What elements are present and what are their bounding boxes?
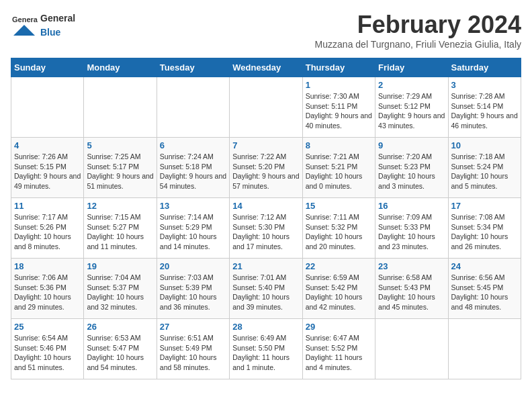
calendar-cell: 10Sunrise: 7:18 AMSunset: 5:24 PMDayligh… (448, 138, 521, 198)
day-number: 9 (378, 140, 445, 150)
svg-text:General: General (12, 15, 38, 24)
day-info: Sunrise: 7:26 AMSunset: 5:15 PMDaylight:… (14, 152, 81, 191)
calendar-cell (448, 319, 521, 379)
logo-general-text: General (40, 13, 75, 24)
day-info: Sunrise: 7:15 AMSunset: 5:27 PMDaylight:… (87, 212, 153, 252)
day-info: Sunrise: 7:09 AMSunset: 5:33 PMDaylight:… (378, 212, 445, 252)
day-number: 22 (306, 261, 372, 271)
logo-icon: General (11, 11, 38, 38)
day-info: Sunrise: 7:18 AMSunset: 5:24 PMDaylight:… (451, 152, 518, 191)
day-info: Sunrise: 7:28 AMSunset: 5:14 PMDaylight:… (451, 91, 518, 131)
day-info: Sunrise: 7:08 AMSunset: 5:34 PMDaylight:… (451, 212, 518, 252)
day-number: 29 (306, 322, 372, 332)
logo: General General Blue (11, 11, 75, 39)
day-number: 17 (451, 201, 518, 211)
day-info: Sunrise: 7:06 AMSunset: 5:36 PMDaylight:… (14, 273, 81, 312)
day-info: Sunrise: 7:04 AMSunset: 5:37 PMDaylight:… (87, 273, 153, 312)
calendar-cell: 12Sunrise: 7:15 AMSunset: 5:27 PMDayligh… (84, 198, 157, 259)
day-number: 20 (160, 261, 226, 271)
day-number: 28 (232, 322, 299, 332)
calendar-table: SundayMondayTuesdayWednesdayThursdayFrid… (11, 58, 521, 379)
day-number: 8 (306, 140, 372, 150)
day-number: 26 (87, 322, 153, 332)
location-subtitle: Muzzana del Turgnano, Friuli Venezia Giu… (315, 39, 521, 50)
calendar-cell (157, 77, 229, 138)
calendar-cell: 9Sunrise: 7:20 AMSunset: 5:23 PMDaylight… (375, 138, 448, 198)
day-number: 15 (306, 201, 372, 211)
day-number: 27 (160, 322, 226, 332)
calendar-cell: 20Sunrise: 7:03 AMSunset: 5:39 PMDayligh… (157, 259, 229, 319)
day-info: Sunrise: 6:54 AMSunset: 5:46 PMDaylight:… (14, 333, 81, 373)
day-info: Sunrise: 7:01 AMSunset: 5:40 PMDaylight:… (232, 273, 299, 312)
calendar-cell: 17Sunrise: 7:08 AMSunset: 5:34 PMDayligh… (448, 198, 521, 259)
header-thursday: Thursday (302, 58, 375, 77)
header-monday: Monday (84, 58, 157, 77)
day-info: Sunrise: 7:12 AMSunset: 5:30 PMDaylight:… (232, 212, 299, 252)
calendar-cell: 21Sunrise: 7:01 AMSunset: 5:40 PMDayligh… (230, 259, 302, 319)
calendar-cell: 28Sunrise: 6:49 AMSunset: 5:50 PMDayligh… (230, 319, 302, 379)
day-number: 23 (378, 261, 445, 271)
calendar-cell (11, 77, 84, 138)
day-info: Sunrise: 7:22 AMSunset: 5:20 PMDaylight:… (232, 152, 299, 191)
day-number: 5 (87, 140, 153, 150)
calendar-cell: 3Sunrise: 7:28 AMSunset: 5:14 PMDaylight… (448, 77, 521, 138)
day-number: 11 (14, 201, 81, 211)
day-info: Sunrise: 6:58 AMSunset: 5:43 PMDaylight:… (378, 273, 445, 312)
day-info: Sunrise: 6:49 AMSunset: 5:50 PMDaylight:… (232, 333, 299, 373)
day-info: Sunrise: 7:25 AMSunset: 5:17 PMDaylight:… (87, 152, 153, 191)
day-number: 25 (14, 322, 81, 332)
calendar-cell: 24Sunrise: 6:56 AMSunset: 5:45 PMDayligh… (448, 259, 521, 319)
calendar-cell: 5Sunrise: 7:25 AMSunset: 5:17 PMDaylight… (84, 138, 157, 198)
calendar-cell: 15Sunrise: 7:11 AMSunset: 5:32 PMDayligh… (302, 198, 375, 259)
calendar-cell: 2Sunrise: 7:29 AMSunset: 5:12 PMDaylight… (375, 77, 448, 138)
day-number: 16 (378, 201, 445, 211)
day-info: Sunrise: 6:53 AMSunset: 5:47 PMDaylight:… (87, 333, 153, 373)
calendar-cell: 11Sunrise: 7:17 AMSunset: 5:26 PMDayligh… (11, 198, 84, 259)
calendar-cell: 22Sunrise: 6:59 AMSunset: 5:42 PMDayligh… (302, 259, 375, 319)
day-info: Sunrise: 7:03 AMSunset: 5:39 PMDaylight:… (160, 273, 226, 312)
day-info: Sunrise: 7:21 AMSunset: 5:21 PMDaylight:… (306, 152, 372, 191)
day-number: 10 (451, 140, 518, 150)
day-number: 19 (87, 261, 153, 271)
header-wednesday: Wednesday (230, 58, 302, 77)
day-number: 1 (306, 80, 372, 90)
calendar-cell: 4Sunrise: 7:26 AMSunset: 5:15 PMDaylight… (11, 138, 84, 198)
day-info: Sunrise: 6:47 AMSunset: 5:52 PMDaylight:… (306, 333, 372, 373)
day-number: 12 (87, 201, 153, 211)
day-number: 4 (14, 140, 81, 150)
day-info: Sunrise: 7:20 AMSunset: 5:23 PMDaylight:… (378, 152, 445, 191)
calendar-cell: 27Sunrise: 6:51 AMSunset: 5:49 PMDayligh… (157, 319, 229, 379)
month-title: February 2024 (315, 11, 521, 39)
calendar-cell: 14Sunrise: 7:12 AMSunset: 5:30 PMDayligh… (230, 198, 302, 259)
calendar-cell (375, 319, 448, 379)
calendar-cell: 8Sunrise: 7:21 AMSunset: 5:21 PMDaylight… (302, 138, 375, 198)
calendar-cell: 25Sunrise: 6:54 AMSunset: 5:46 PMDayligh… (11, 319, 84, 379)
day-info: Sunrise: 7:14 AMSunset: 5:29 PMDaylight:… (160, 212, 226, 252)
day-number: 14 (232, 201, 299, 211)
day-number: 24 (451, 261, 518, 271)
day-number: 13 (160, 201, 226, 211)
calendar-cell: 16Sunrise: 7:09 AMSunset: 5:33 PMDayligh… (375, 198, 448, 259)
calendar-cell (230, 77, 302, 138)
calendar-cell: 18Sunrise: 7:06 AMSunset: 5:36 PMDayligh… (11, 259, 84, 319)
calendar-cell: 26Sunrise: 6:53 AMSunset: 5:47 PMDayligh… (84, 319, 157, 379)
day-number: 6 (160, 140, 226, 150)
header-friday: Friday (375, 58, 448, 77)
day-info: Sunrise: 7:29 AMSunset: 5:12 PMDaylight:… (378, 91, 445, 131)
day-info: Sunrise: 7:17 AMSunset: 5:26 PMDaylight:… (14, 212, 81, 252)
day-info: Sunrise: 7:30 AMSunset: 5:11 PMDaylight:… (306, 91, 372, 131)
calendar-cell: 23Sunrise: 6:58 AMSunset: 5:43 PMDayligh… (375, 259, 448, 319)
logo-blue-text: Blue (40, 27, 60, 38)
day-info: Sunrise: 7:11 AMSunset: 5:32 PMDaylight:… (306, 212, 372, 252)
calendar-cell: 7Sunrise: 7:22 AMSunset: 5:20 PMDaylight… (230, 138, 302, 198)
header-tuesday: Tuesday (157, 58, 229, 77)
header-saturday: Saturday (448, 58, 521, 77)
header-sunday: Sunday (11, 58, 84, 77)
calendar-cell: 13Sunrise: 7:14 AMSunset: 5:29 PMDayligh… (157, 198, 229, 259)
day-info: Sunrise: 6:56 AMSunset: 5:45 PMDaylight:… (451, 273, 518, 312)
day-info: Sunrise: 7:24 AMSunset: 5:18 PMDaylight:… (160, 152, 226, 191)
day-number: 21 (232, 261, 299, 271)
day-number: 18 (14, 261, 81, 271)
calendar-cell (84, 77, 157, 138)
svg-marker-1 (13, 25, 35, 36)
